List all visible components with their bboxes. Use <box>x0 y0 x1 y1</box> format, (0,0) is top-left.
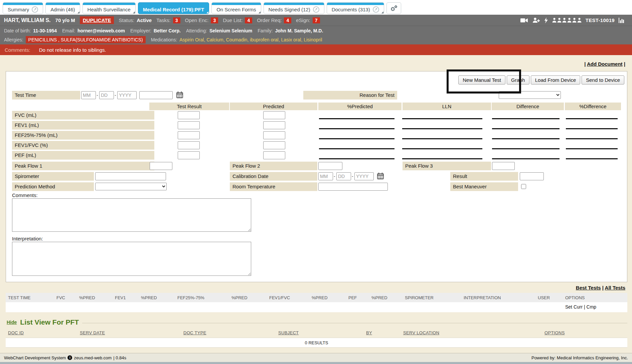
esign-count-badge[interactable]: 7 <box>313 17 320 23</box>
add-document-link[interactable]: Add Document <box>587 61 623 67</box>
reason-for-test-select[interactable] <box>499 91 561 99</box>
tab-documents[interactable]: Documents (313) ↗ <box>327 2 384 14</box>
prediction-method-select[interactable] <box>95 183 167 190</box>
all-tests-link[interactable]: All Tests <box>605 285 625 291</box>
order-req-label: Order Req: <box>257 17 282 23</box>
fef-test-result-input[interactable] <box>178 131 200 139</box>
best-tests-link[interactable]: Best Tests <box>576 285 601 291</box>
tab-fold-icon <box>77 11 80 13</box>
calibration-day-input[interactable] <box>336 172 351 180</box>
person-icon[interactable] <box>557 18 562 23</box>
email-value[interactable]: horner@mieweb.com <box>77 28 125 33</box>
patient-header: HART, WILLIAM S. 70 y/o M DUPLICATE Stat… <box>0 15 632 44</box>
tasks-count-badge[interactable]: 3 <box>173 17 180 23</box>
patient-demographics-row: Date of birth:11-30-1954 Email:horner@mi… <box>0 26 632 35</box>
fvc-test-result-input[interactable] <box>178 111 200 119</box>
send-to-device-button[interactable]: Send to Device <box>582 75 624 84</box>
fev1-predicted-input[interactable] <box>263 121 285 129</box>
external-link-icon[interactable]: ↗ <box>373 6 379 13</box>
doc-id-column-link[interactable]: DOC ID <box>8 330 24 335</box>
results-col-fvc: FVC <box>56 295 65 300</box>
fvc-predicted-input[interactable] <box>263 111 285 119</box>
pef-predicted-input[interactable] <box>263 151 285 159</box>
chart-icon[interactable] <box>619 17 625 23</box>
calibration-month-input[interactable] <box>318 172 333 180</box>
best-maneuver-checkbox[interactable] <box>521 184 526 189</box>
graph-button[interactable]: Graph <box>507 75 529 84</box>
person-icon[interactable] <box>562 18 567 23</box>
doc-type-column-link[interactable]: DOC TYPE <box>183 330 206 335</box>
peak-flow-1-input[interactable] <box>150 162 172 170</box>
tab-summary[interactable]: Summary ↗ <box>3 2 43 14</box>
row-fev1-label: FEV1 (mL) <box>12 121 154 130</box>
hide-link[interactable]: Hide <box>7 320 17 325</box>
video-camera-icon[interactable] <box>520 18 528 23</box>
tasks-label: Tasks: <box>156 17 171 23</box>
column-header-lln: LLN <box>403 103 491 110</box>
lightning-icon[interactable] <box>544 17 548 23</box>
calendar-icon[interactable] <box>377 172 384 180</box>
cmp-link[interactable]: Cmp <box>587 304 597 310</box>
interpretation-textarea[interactable] <box>12 242 251 276</box>
person-icon[interactable] <box>567 18 572 23</box>
results-col-user: USER <box>538 295 550 300</box>
add-person-icon[interactable] <box>532 17 540 23</box>
serv-date-column-link[interactable]: SERV DATE <box>80 330 105 335</box>
settings-tab[interactable] <box>386 2 401 14</box>
new-manual-test-button[interactable]: New Manual Test <box>458 75 505 84</box>
spirometer-input[interactable] <box>95 172 166 180</box>
room-temperature-input[interactable] <box>318 183 388 191</box>
medications-value[interactable]: Aspirin Oral, Calcium, Coumadin, ibuprof… <box>179 37 322 42</box>
fev1-fvc-test-result-input[interactable] <box>178 141 200 149</box>
tab-health-surveillance[interactable]: Health Surveillance <box>83 2 136 14</box>
result-input[interactable] <box>520 172 544 180</box>
fev1-pct-difference-line <box>566 128 618 129</box>
subject-column-link[interactable]: SUBJECT <box>278 330 299 335</box>
calendar-icon[interactable] <box>176 91 183 99</box>
allergies-value[interactable]: PENICILLINS , SULFA(SULFONAMIDE ANTIBIOT… <box>26 36 146 43</box>
options-column-link[interactable]: OPTIONS <box>544 330 565 335</box>
serv-location-column-link[interactable]: SERV LOCATION <box>403 330 439 335</box>
tab-admin[interactable]: Admin (46) <box>45 2 80 14</box>
person-icon[interactable] <box>577 18 582 23</box>
fev1-fvc-predicted-input[interactable] <box>263 141 285 149</box>
results-col-fev1: FEV1 <box>115 295 126 300</box>
test-time-month-input[interactable] <box>81 91 96 99</box>
order-req-count-badge[interactable]: 4 <box>284 17 291 23</box>
results-col-fev1-fvc: FEV1/FVC <box>269 295 290 300</box>
results-col-pred5: %PRED <box>371 295 387 300</box>
open-enc-count-badge[interactable]: 3 <box>211 17 218 23</box>
form-comments-textarea[interactable] <box>12 198 251 232</box>
due-list-count-badge[interactable]: 4 <box>245 17 252 23</box>
peak-flow-3-input[interactable] <box>492 162 515 170</box>
info-icon[interactable]: i <box>67 355 72 360</box>
separator: | <box>584 304 585 310</box>
peak-flow-2-input[interactable] <box>318 162 342 170</box>
test-time-time-input[interactable] <box>139 91 173 99</box>
footer-left: WebChart Development System i zeus.med-w… <box>4 355 126 360</box>
fev1-difference-line <box>492 128 560 129</box>
fef-predicted-input[interactable] <box>263 131 285 139</box>
pef-difference-line <box>492 158 560 159</box>
tab-needs-signed[interactable]: Needs Signed (12) ↗ <box>264 2 324 14</box>
person-icon[interactable] <box>552 18 557 23</box>
external-link-icon[interactable]: ↗ <box>313 6 319 13</box>
pef-test-result-input[interactable] <box>178 151 200 159</box>
duplicate-badge[interactable]: DUPLICATE <box>80 16 114 24</box>
set-curr-link[interactable]: Set Curr <box>565 304 583 310</box>
by-column-link[interactable]: BY <box>366 330 372 335</box>
calibration-year-input[interactable] <box>354 172 374 180</box>
fev1-test-result-input[interactable] <box>178 121 200 129</box>
test-time-year-input[interactable] <box>117 91 137 99</box>
best-maneuver-label: Best Maneuver <box>450 182 518 191</box>
row-pef-label: PEF (mL) <box>12 151 154 160</box>
tab-on-screen-forms[interactable]: On Screen Forms <box>211 2 261 14</box>
list-view-heading: Hide List View For PFT <box>6 318 627 326</box>
status-value: Active <box>137 17 152 23</box>
tab-medical-record[interactable]: Medical Record (179):PFT <box>138 2 209 14</box>
load-from-device-button[interactable]: Load From Device <box>531 75 581 84</box>
external-link-icon[interactable]: ↗ <box>32 6 38 13</box>
test-time-day-input[interactable] <box>99 91 114 99</box>
tab-needs-signed-label: Needs Signed (12) <box>269 7 310 12</box>
person-icon[interactable] <box>572 18 577 23</box>
